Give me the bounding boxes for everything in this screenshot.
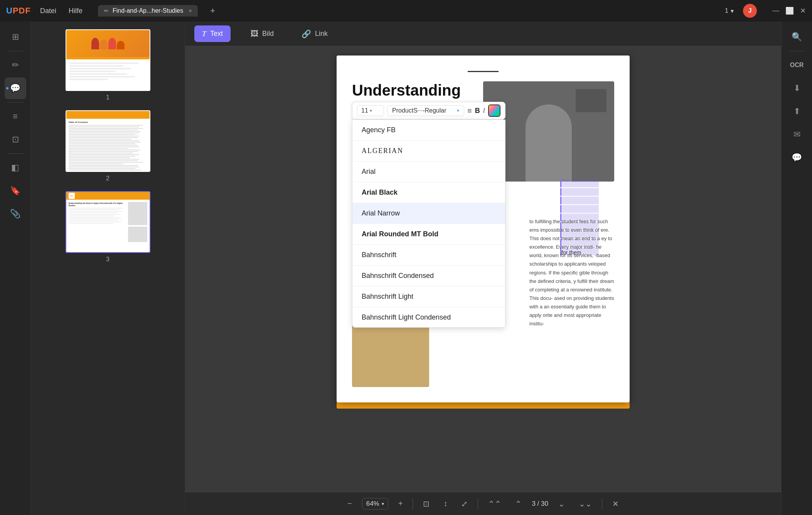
sidebar-item-edit[interactable]: ✏ <box>5 54 26 76</box>
zoom-level[interactable]: 64% ▾ <box>362 498 388 510</box>
sidebar-divider-2 <box>8 102 23 103</box>
text-align-button[interactable]: ≡ <box>467 106 472 115</box>
logo-u: U <box>6 6 13 15</box>
person-silhouette <box>526 104 572 182</box>
page-navigator: 1 ▾ <box>725 7 734 15</box>
fit-width-button[interactable]: ↕ <box>440 497 451 510</box>
text-extract-icon: ≡ <box>13 111 18 121</box>
edit-icon: ✏ <box>12 60 19 70</box>
layers-icon: ◧ <box>11 163 19 173</box>
image-tool-button[interactable]: 🖼 Bild <box>243 25 281 42</box>
search-button[interactable]: 🔍 <box>786 26 808 48</box>
selected-line-1 <box>560 180 599 187</box>
menu-datei[interactable]: Datei <box>40 7 56 15</box>
page-number-display: 3 / 30 <box>532 500 548 508</box>
page-topline <box>468 71 499 72</box>
expand-button[interactable]: ⤢ <box>457 497 472 511</box>
window-controls: — ⬜ ✕ <box>772 7 806 15</box>
sidebar-item-bookmark[interactable]: 🔖 <box>5 180 26 202</box>
thumb3-image-2 <box>128 227 147 242</box>
color-picker-button[interactable] <box>488 104 500 117</box>
search-icon: 🔍 <box>792 32 802 42</box>
comment-icon: 💬 <box>10 83 20 93</box>
minimize-button[interactable]: — <box>772 7 779 15</box>
chat-button[interactable]: 💬 <box>786 147 808 168</box>
bold-button[interactable]: B <box>475 107 480 115</box>
thumb2-title: Table of Contents <box>69 121 147 123</box>
thumbnail-label-3: 3 <box>106 256 110 263</box>
tab-close-btn[interactable]: × <box>189 8 192 14</box>
sidebar-item-extract[interactable]: ≡ <box>5 106 26 127</box>
menu-hilfe[interactable]: Hilfe <box>69 7 83 15</box>
font-option-arial-black[interactable]: Arial Black <box>352 182 505 203</box>
page-last-button[interactable]: ⌄⌄ <box>575 497 596 511</box>
sidebar-item-organize[interactable]: ⊡ <box>5 129 26 150</box>
sidebar-divider-1 <box>8 51 23 51</box>
font-option-arial-rounded[interactable]: Arial Rounded MT Bold <box>352 224 505 245</box>
pdf-viewer[interactable]: Understanding the Need to Apply Internat… <box>185 46 781 492</box>
selected-line-2 <box>560 188 599 196</box>
font-option-algerian[interactable]: ALGERIAN <box>352 141 505 162</box>
user-avatar[interactable]: J <box>743 4 757 18</box>
close-overlay-button[interactable]: ✕ <box>608 497 623 511</box>
fit-page-button[interactable]: ⊡ <box>419 497 433 511</box>
tab-document[interactable]: ✏ Find-and-Ap...her-Studies × <box>98 5 198 17</box>
email-button[interactable]: ✉ <box>786 124 808 145</box>
sidebar-item-layers[interactable]: ◧ <box>5 157 26 178</box>
close-button[interactable]: ✕ <box>800 7 806 15</box>
sidebar-left: ⊞ ✏ 💬 ≡ ⊡ ◧ 🔖 📎 <box>0 22 31 515</box>
font-option-arial-narrow[interactable]: Arial Narrow <box>352 203 505 224</box>
share-button[interactable]: ⬆ <box>786 101 808 122</box>
toolbar-divider-1 <box>413 498 413 509</box>
share-icon: ⬆ <box>793 106 800 116</box>
zoom-in-button[interactable]: + <box>394 497 407 510</box>
page-next-button[interactable]: ⌄ <box>554 497 569 511</box>
sidebar-item-attachment[interactable]: 📎 <box>5 203 26 225</box>
selected-line-4 <box>560 205 599 213</box>
thumbnail-2[interactable]: Table of Contents <box>66 110 150 182</box>
thumbnail-1[interactable]: 1 <box>66 29 150 101</box>
bottom-toolbar: − 64% ▾ + ⊡ ↕ ⤢ ⌃⌃ ⌃ 3 / 30 ⌄ ⌄⌄ ✕ <box>185 492 781 515</box>
extract-icon: ⬇ <box>793 83 800 93</box>
thumbnail-preview-2: Table of Contents <box>66 110 150 172</box>
tab-label: Find-and-Ap...her-Studies <box>113 7 183 14</box>
ocr-button[interactable]: OCR <box>786 54 808 76</box>
zoom-out-button[interactable]: − <box>344 497 356 510</box>
link-tool-button[interactable]: 🔗 Link <box>294 25 335 42</box>
thumbnail-3[interactable]: 01 Understanding the Need to Apply Inter… <box>66 191 150 263</box>
active-indicator <box>6 87 8 89</box>
thumbnail-label-2: 2 <box>106 175 110 182</box>
toolbar-divider-2 <box>478 498 478 509</box>
maximize-button[interactable]: ⬜ <box>785 7 794 15</box>
thumbnail-view-icon: ⊞ <box>12 32 19 42</box>
font-option-agency-fb[interactable]: Agency FB <box>352 120 505 141</box>
sidebar-item-thumbnails[interactable]: ⊞ <box>5 26 26 48</box>
logo-pdf: PDF <box>13 6 31 15</box>
italic-button[interactable]: I <box>483 107 485 115</box>
new-tab-button[interactable]: + <box>210 6 215 16</box>
body-text-right: to fulfilling the student fees for such … <box>529 217 614 328</box>
font-size-arrow: ▾ <box>370 108 372 113</box>
font-option-arial[interactable]: Arial <box>352 162 505 182</box>
chat-icon: 💬 <box>792 153 802 163</box>
thumb3-text: Understanding the Need to Apply Internat… <box>69 202 126 242</box>
thumb3-badge: 01 <box>69 193 75 199</box>
font-size-selector[interactable]: 11 ▾ <box>357 105 384 116</box>
page-chevron[interactable]: ▾ <box>731 7 734 15</box>
ocr-icon: OCR <box>790 62 804 69</box>
thumb1-header-image <box>66 30 150 57</box>
page-first-button[interactable]: ⌃⌃ <box>484 497 505 511</box>
font-option-bahnschrift-light-condensed[interactable]: Bahnschrift Light Condensed <box>352 307 505 328</box>
font-list-dropdown[interactable]: Agency FB ALGERIAN Arial Arial Black Ari… <box>352 119 505 328</box>
font-option-bahnschrift-condensed[interactable]: Bahnschrift Condensed <box>352 266 505 286</box>
text-tool-button[interactable]: 𝑇 Text <box>194 25 231 42</box>
font-option-bahnschrift-light[interactable]: Bahnschrift Light <box>352 286 505 307</box>
font-family-selector[interactable]: ProductS···-Regular ▾ <box>387 105 464 116</box>
page-prev-button[interactable]: ⌃ <box>511 497 526 511</box>
font-option-bahnschrift[interactable]: Bahnschrift <box>352 245 505 266</box>
extract-button[interactable]: ⬇ <box>786 77 808 99</box>
font-dropdown-overlay: 11 ▾ ProductS···-Regular ▾ ≡ B I <box>352 102 505 328</box>
thumbnail-label-1: 1 <box>106 94 110 101</box>
sidebar-item-comment[interactable]: 💬 <box>5 77 26 99</box>
zoom-percent-arrow: ▾ <box>382 501 384 507</box>
